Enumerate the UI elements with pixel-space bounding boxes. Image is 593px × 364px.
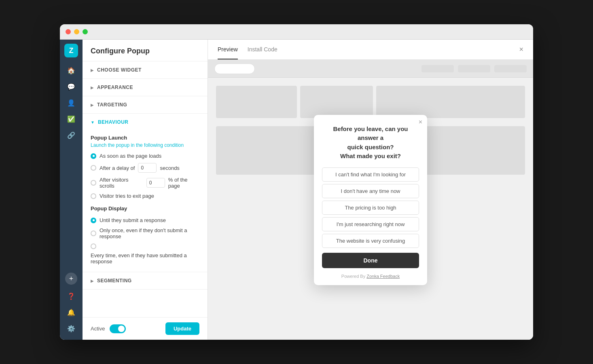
delay-input[interactable] <box>138 163 157 173</box>
section-segmenting-label: SEGMENTING <box>97 278 132 284</box>
section-targeting: ▶ TARGETING <box>83 96 208 114</box>
fake-content-block-2 <box>300 86 373 118</box>
radio-exit[interactable] <box>91 193 96 199</box>
radio-until-submit[interactable] <box>91 218 96 223</box>
maximize-button[interactable] <box>83 29 88 34</box>
section-behaviour-label: BEHAVIOUR <box>98 119 129 125</box>
scroll-unit-label: % of the page <box>168 177 199 189</box>
zonka-feedback-link[interactable]: Zonka Feedback <box>366 274 400 279</box>
preview-area: Preview Install Code × <box>208 40 533 340</box>
chevron-down-icon: ▼ <box>91 120 95 125</box>
preview-body: × Before you leave, can you answer a qui… <box>208 60 533 340</box>
active-label: Active <box>91 326 105 332</box>
fake-content-row-1 <box>216 86 525 118</box>
tab-install-code[interactable]: Install Code <box>248 40 277 59</box>
section-behaviour-content: Popup Launch Launch the popup in the fol… <box>83 131 208 272</box>
popup-display-section: Popup Display Until they submit a respon… <box>91 205 199 265</box>
update-button[interactable]: Update <box>165 322 199 335</box>
section-targeting-label: TARGETING <box>97 102 127 108</box>
sidebar: Z 🏠 💬 👤 ✅ 🔗 + ❓ 🔔 ⚙️ <box>60 40 83 340</box>
close-button[interactable] <box>66 29 71 34</box>
preview-header: Preview Install Code × <box>208 40 533 60</box>
launch-option-immediate[interactable]: As soon as the page loads <box>91 153 199 159</box>
section-segmenting-header[interactable]: ▶ SEGMENTING <box>83 272 208 289</box>
popup-display-options: Until they submit a response Only once, … <box>91 217 199 265</box>
radio-every-time[interactable] <box>91 243 96 249</box>
launch-option-exit-label: Visitor tries to exit page <box>100 193 154 199</box>
fake-nav <box>421 65 527 72</box>
close-icon[interactable]: × <box>519 45 523 54</box>
popup-launch-title: Popup Launch <box>91 135 199 141</box>
popup-options: I can't find what I'm looking for I don'… <box>322 167 419 248</box>
panel-title: Configure Popup <box>91 47 199 55</box>
titlebar <box>60 24 533 40</box>
fake-nav-pill-3 <box>494 65 527 72</box>
popup-option-1[interactable]: I can't find what I'm looking for <box>322 167 419 182</box>
minimize-button[interactable] <box>74 29 79 34</box>
sidebar-add-button[interactable]: + <box>65 273 77 285</box>
popup-done-button[interactable]: Done <box>322 253 419 268</box>
launch-option-delay[interactable]: After a delay of seconds <box>91 163 199 173</box>
section-appearance: ▶ APPEARANCE <box>83 79 208 96</box>
delay-unit-label: seconds <box>160 165 179 171</box>
popup-option-4[interactable]: I'm just researching right now <box>322 217 419 231</box>
fake-search-bar <box>214 63 255 74</box>
section-targeting-header[interactable]: ▶ TARGETING <box>83 96 208 113</box>
app-window: Z 🏠 💬 👤 ✅ 🔗 + ❓ 🔔 ⚙️ Configure Popup ▶ C… <box>60 24 533 340</box>
popup-close-icon[interactable]: × <box>419 119 422 125</box>
fake-content-block-1 <box>216 86 297 118</box>
chevron-right-icon-2: ▶ <box>91 85 94 90</box>
section-behaviour: ▼ BEHAVIOUR Popup Launch Launch the popu… <box>83 114 208 272</box>
section-appearance-header[interactable]: ▶ APPEARANCE <box>83 79 208 96</box>
fake-nav-pill-2 <box>458 65 490 72</box>
section-choose-widget-header[interactable]: ▶ CHOOSE WIDGET <box>83 61 208 78</box>
section-choose-widget: ▶ CHOOSE WIDGET <box>83 61 208 79</box>
popup-launch-desc: Launch the popup in the following condit… <box>91 142 199 148</box>
display-option-until-submit-label: Until they submit a response <box>100 217 166 223</box>
sidebar-item-links[interactable]: 🔗 <box>64 128 78 142</box>
popup-option-5[interactable]: The website is very confusing <box>322 234 419 248</box>
display-option-once[interactable]: Only once, even if they don't submit a r… <box>91 227 199 239</box>
sidebar-logo[interactable]: Z <box>64 44 78 57</box>
content-panel: Configure Popup ▶ CHOOSE WIDGET ▶ APPEAR… <box>83 40 208 340</box>
launch-option-delay-label: After a delay of <box>100 165 135 171</box>
radio-scroll[interactable] <box>91 180 96 186</box>
fake-content-block-3 <box>376 86 525 118</box>
scroll-input[interactable] <box>146 178 165 188</box>
fake-nav-pill-1 <box>421 65 454 72</box>
sidebar-item-notifications[interactable]: 🔔 <box>64 305 78 320</box>
launch-option-scroll[interactable]: After visitors scrolls % of the page <box>91 177 199 189</box>
chevron-right-icon: ▶ <box>91 68 94 72</box>
display-option-every-time[interactable]: Every time, even if they have submitted … <box>91 243 199 265</box>
panel-header: Configure Popup <box>83 40 208 61</box>
popup-modal: × Before you leave, can you answer a qui… <box>314 115 427 285</box>
sidebar-item-help[interactable]: ❓ <box>64 289 78 303</box>
chevron-right-icon-3: ▶ <box>91 103 94 107</box>
tab-preview[interactable]: Preview <box>218 40 238 59</box>
radio-once[interactable] <box>91 231 96 236</box>
popup-title: Before you leave, can you answer a quick… <box>322 125 419 161</box>
popup-option-3[interactable]: The pricing is too high <box>322 201 419 215</box>
popup-option-2[interactable]: I don't have any time now <box>322 184 419 198</box>
radio-delay[interactable] <box>91 165 96 171</box>
radio-immediate[interactable] <box>91 153 96 159</box>
display-option-once-label: Only once, even if they don't submit a r… <box>100 227 199 239</box>
section-choose-widget-label: CHOOSE WIDGET <box>97 67 142 73</box>
popup-powered-by: Powered By Zonka Feedback <box>322 274 419 279</box>
display-option-every-time-label: Every time, even if they have submitted … <box>91 252 199 265</box>
section-appearance-label: APPEARANCE <box>97 85 133 90</box>
sidebar-item-chat[interactable]: 💬 <box>64 79 78 94</box>
fake-topbar <box>208 60 533 78</box>
popup-launch-options: As soon as the page loads After a delay … <box>91 153 199 199</box>
active-toggle[interactable] <box>110 324 126 333</box>
sidebar-item-user[interactable]: 👤 <box>64 95 78 110</box>
sidebar-item-home[interactable]: 🏠 <box>64 63 78 78</box>
launch-option-immediate-label: As soon as the page loads <box>100 153 161 159</box>
launch-option-exit[interactable]: Visitor tries to exit page <box>91 193 199 199</box>
sidebar-item-settings[interactable]: ⚙️ <box>64 321 78 336</box>
sidebar-item-tasks[interactable]: ✅ <box>64 112 78 126</box>
display-option-until-submit[interactable]: Until they submit a response <box>91 217 199 223</box>
popup-display-title: Popup Display <box>91 205 199 212</box>
launch-option-scroll-label: After visitors scrolls <box>100 177 143 189</box>
section-behaviour-header[interactable]: ▼ BEHAVIOUR <box>83 114 208 131</box>
